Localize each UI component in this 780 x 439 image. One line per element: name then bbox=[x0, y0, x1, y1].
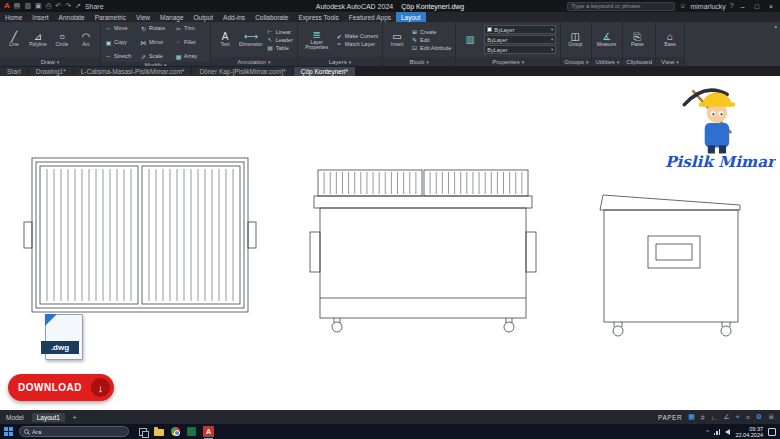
circle-tool-button[interactable]: ○ Circle bbox=[52, 31, 72, 48]
ribbon-tab-collaborate[interactable]: Collaborate bbox=[250, 12, 293, 22]
panel-label-layers[interactable]: Layers ▾ bbox=[298, 57, 382, 66]
panel-label-properties[interactable]: Properties ▾ bbox=[456, 57, 560, 66]
notification-center-icon[interactable] bbox=[768, 428, 776, 436]
username-label[interactable]: mimarlucky bbox=[690, 3, 725, 10]
task-view-icon[interactable] bbox=[139, 428, 147, 436]
edit-block-button[interactable]: ✎Edit bbox=[411, 36, 451, 43]
workspace-gear-icon[interactable]: ⚙ bbox=[756, 413, 762, 421]
panel-label-groups[interactable]: Groups ▾ bbox=[561, 57, 591, 66]
snap-icon[interactable]: # bbox=[701, 414, 705, 421]
ribbon-tab-output[interactable]: Output bbox=[189, 12, 219, 22]
panel-label-block[interactable]: Block ▾ bbox=[383, 57, 455, 66]
panel-label-view[interactable]: View ▾ bbox=[656, 57, 684, 66]
file-tab-start[interactable]: Start bbox=[0, 67, 28, 76]
ribbon-tab-home[interactable]: Home bbox=[0, 12, 27, 22]
linetype-dropdown[interactable]: ByLayer▾ bbox=[484, 35, 556, 44]
ribbon-tab-manage[interactable]: Manage bbox=[155, 12, 189, 22]
chrome-icon[interactable] bbox=[171, 427, 180, 436]
lineweight-icon[interactable]: ≡ bbox=[746, 414, 750, 421]
save-icon[interactable]: ▣ bbox=[35, 0, 42, 12]
array-tool-button[interactable]: ▦Array bbox=[175, 53, 206, 60]
polar-tracking-icon[interactable]: ∠ bbox=[724, 413, 730, 421]
file-tab-drawing1[interactable]: Drawing1* bbox=[29, 67, 73, 76]
maximize-button[interactable]: □ bbox=[752, 3, 762, 10]
move-tool-button[interactable]: ↔Move bbox=[105, 25, 136, 31]
taskbar-search[interactable] bbox=[19, 426, 129, 437]
ribbon-tab-insert[interactable]: Insert bbox=[27, 12, 53, 22]
new-file-icon[interactable]: ▤ bbox=[14, 0, 21, 12]
layout1-tab[interactable]: Layout1 bbox=[32, 413, 65, 422]
group-button[interactable]: ◫ Group bbox=[565, 31, 585, 48]
match-layer-button[interactable]: ≈Match Layer bbox=[336, 41, 378, 47]
file-tab-calisma-masasi[interactable]: L-Calisma-Masasi-PislikMimar.com* bbox=[74, 67, 192, 76]
share-label[interactable]: Share bbox=[85, 3, 104, 10]
start-button[interactable] bbox=[4, 427, 13, 436]
layer-properties-button[interactable]: ≣ Layer Properties bbox=[302, 29, 332, 51]
autocad-logo-icon[interactable]: A bbox=[4, 0, 10, 12]
leader-tool-button[interactable]: ↖Leader bbox=[267, 36, 293, 43]
panel-label-clipboard[interactable]: Clipboard bbox=[623, 57, 655, 66]
volume-icon[interactable] bbox=[725, 429, 730, 435]
share-icon[interactable]: ↗ bbox=[75, 0, 81, 12]
ribbon-collapse-icon[interactable]: ▴ bbox=[774, 23, 777, 29]
file-tab-cop-konteyneri[interactable]: Çöp Konteyneri* bbox=[294, 67, 355, 76]
panel-label-annotation[interactable]: Annotation ▾ bbox=[211, 57, 297, 66]
file-explorer-icon[interactable] bbox=[154, 429, 164, 436]
ribbon-tab-annotate[interactable]: Annotate bbox=[54, 12, 90, 22]
osnap-icon[interactable]: ⌖ bbox=[736, 413, 740, 421]
ribbon-tab-parametric[interactable]: Parametric bbox=[90, 12, 131, 22]
dimension-tool-button[interactable]: ⟷ Dimension bbox=[239, 31, 263, 48]
ribbon-tab-view[interactable]: View bbox=[131, 12, 155, 22]
ribbon-tab-express-tools[interactable]: Express Tools bbox=[293, 12, 343, 22]
grid-icon[interactable]: ▦ bbox=[688, 413, 695, 421]
stretch-tool-button[interactable]: ⇔Stretch bbox=[105, 53, 136, 59]
edit-attribute-button[interactable]: ⊡Edit Attribute bbox=[411, 44, 451, 51]
make-current-button[interactable]: ✔Make Current bbox=[336, 33, 378, 40]
mirror-tool-button[interactable]: ⋈Mirror bbox=[140, 39, 171, 46]
model-tab[interactable]: Model bbox=[6, 414, 24, 421]
fillet-tool-button[interactable]: ◜Fillet bbox=[175, 39, 206, 46]
redo-icon[interactable]: ↷ bbox=[65, 0, 71, 12]
rotate-tool-button[interactable]: ↻Rotate bbox=[140, 25, 171, 32]
taskbar-search-input[interactable] bbox=[32, 429, 124, 435]
paste-button[interactable]: ⎘ Paste bbox=[627, 31, 647, 48]
minimize-button[interactable]: – bbox=[738, 3, 748, 10]
ortho-icon[interactable]: ∟ bbox=[711, 414, 718, 421]
arc-tool-button[interactable]: ◠ Arc bbox=[76, 31, 96, 48]
color-dropdown[interactable]: ByLayer▾ bbox=[484, 25, 556, 34]
create-block-button[interactable]: ⊞Create bbox=[411, 28, 451, 35]
insert-block-button[interactable]: ▭ Insert bbox=[387, 31, 407, 48]
file-tab-doner-kap[interactable]: Döner Kap-[PislikMimar.com]* bbox=[192, 67, 292, 76]
match-properties-button[interactable]: ▥ bbox=[460, 34, 480, 45]
help-search-input[interactable] bbox=[567, 2, 675, 11]
download-button[interactable]: DOWNLOAD ↓ bbox=[8, 374, 114, 401]
linear-tool-button[interactable]: ⊢Linear bbox=[267, 28, 293, 35]
autocad-taskbar-icon[interactable]: A bbox=[203, 426, 214, 437]
scale-tool-button[interactable]: ⇗Scale bbox=[140, 53, 171, 60]
text-tool-button[interactable]: A Text bbox=[215, 31, 235, 48]
measure-button[interactable]: ∡ Measure bbox=[596, 31, 616, 48]
line-tool-button[interactable]: ╱ Line bbox=[4, 31, 24, 48]
lineweight-dropdown[interactable]: ByLayer▾ bbox=[484, 45, 556, 54]
close-button[interactable]: × bbox=[766, 3, 776, 10]
help-icon[interactable]: ? bbox=[730, 0, 734, 12]
table-tool-button[interactable]: ▤Table bbox=[267, 44, 293, 51]
network-icon[interactable] bbox=[714, 429, 721, 435]
drawing-canvas[interactable]: Pislik Mimar .dwg DOWNLOAD ↓ bbox=[0, 76, 780, 410]
open-file-icon[interactable]: ▥ bbox=[24, 0, 31, 12]
customize-icon[interactable]: ≣ bbox=[768, 413, 774, 421]
add-layout-button[interactable]: + bbox=[73, 414, 77, 421]
excel-icon[interactable] bbox=[187, 427, 196, 436]
panel-label-utilities[interactable]: Utilities ▾ bbox=[592, 57, 622, 66]
trim-tool-button[interactable]: ✂Trim bbox=[175, 25, 206, 32]
taskbar-clock[interactable]: 09:37 22.04.2024 bbox=[735, 426, 763, 438]
undo-icon[interactable]: ↶ bbox=[55, 0, 61, 12]
polyline-tool-button[interactable]: ⊿ Polyline bbox=[28, 31, 48, 48]
base-view-button[interactable]: ⌂ Base bbox=[660, 31, 680, 48]
panel-label-draw[interactable]: Draw ▾ bbox=[0, 57, 100, 66]
plot-icon[interactable]: ⎙ bbox=[46, 0, 52, 12]
ribbon-tab-featured-apps[interactable]: Featured Apps bbox=[344, 12, 396, 22]
copy-tool-button[interactable]: ▣Copy bbox=[105, 39, 136, 46]
tray-expand-icon[interactable]: ^ bbox=[706, 429, 709, 435]
ribbon-tab-addins[interactable]: Add-ins bbox=[218, 12, 250, 22]
